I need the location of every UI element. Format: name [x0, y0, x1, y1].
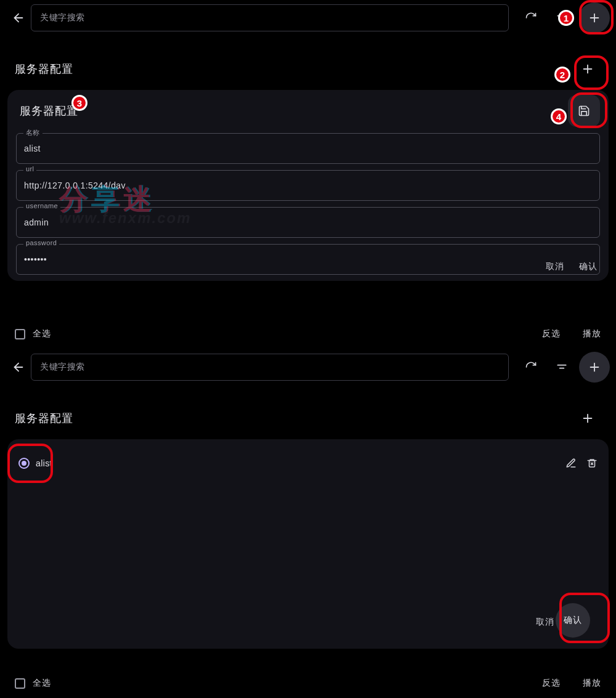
- arrow-left-icon: [12, 11, 25, 25]
- plus-icon: [581, 412, 594, 425]
- refresh-icon: [525, 361, 537, 373]
- field-label-username: username: [23, 202, 60, 209]
- refresh-button[interactable]: [517, 354, 545, 381]
- play-button[interactable]: 播放: [583, 678, 601, 689]
- cancel-button[interactable]: 取消: [536, 617, 554, 628]
- edit-icon: [565, 458, 577, 469]
- select-all-checkbox[interactable]: [15, 329, 25, 339]
- confirm-button[interactable]: 确认: [579, 261, 598, 272]
- card-title: 服务器配置: [20, 103, 78, 118]
- section-add-button[interactable]: [574, 55, 601, 83]
- select-all-checkbox[interactable]: [15, 678, 25, 689]
- url-field[interactable]: http://127.0.0.1:5244/dav: [16, 170, 600, 201]
- bottom-toolbar: 全选 反选 播放: [0, 668, 616, 698]
- save-button[interactable]: [568, 95, 600, 127]
- invert-selection[interactable]: 反选: [542, 678, 561, 689]
- bottom-toolbar: 全选 反选 播放: [0, 319, 616, 349]
- filter-icon: [556, 361, 568, 373]
- username-field[interactable]: admin: [16, 207, 600, 238]
- search-input[interactable]: 关键字搜索: [31, 354, 509, 381]
- card-actions: 取消 确认: [546, 261, 598, 272]
- server-item-name: alist: [36, 458, 52, 468]
- server-list-item[interactable]: alist: [16, 453, 600, 474]
- save-icon: [578, 105, 590, 117]
- section-header: 服务器配置: [0, 36, 616, 84]
- field-label-url: url: [23, 165, 36, 172]
- section-title: 服务器配置: [15, 62, 73, 76]
- confirm-fab[interactable]: 确认: [556, 603, 590, 638]
- field-label-password: password: [23, 239, 59, 246]
- refresh-button[interactable]: [517, 4, 545, 31]
- filter-button[interactable]: [548, 354, 575, 381]
- toolbar-actions: [517, 352, 610, 383]
- server-list-card: alist 取消 确认: [7, 439, 609, 649]
- select-all-label[interactable]: 全选: [33, 678, 51, 689]
- confirm-label: 确认: [564, 615, 582, 626]
- screenshot-top: 关键字搜索 服务器配置 服务器配置 名称 alist: [0, 0, 616, 349]
- play-button[interactable]: 播放: [583, 328, 601, 339]
- section-header: 服务器配置: [0, 385, 616, 433]
- edit-button[interactable]: [565, 458, 577, 469]
- search-input[interactable]: 关键字搜索: [31, 4, 509, 31]
- section-add-button[interactable]: [574, 405, 601, 432]
- top-toolbar: 关键字搜索: [0, 349, 616, 385]
- toolbar-actions: [517, 2, 610, 33]
- arrow-left-icon: [12, 360, 25, 374]
- screenshot-bottom: 关键字搜索 服务器配置 alist: [0, 349, 616, 698]
- delete-button[interactable]: [586, 458, 598, 469]
- trash-icon: [586, 458, 598, 469]
- back-button[interactable]: [6, 11, 31, 25]
- server-config-card: 服务器配置 名称 alist url http://127.0.0.1:5244…: [7, 90, 609, 281]
- back-button[interactable]: [6, 360, 31, 374]
- add-button[interactable]: [579, 352, 610, 383]
- add-button[interactable]: [579, 2, 610, 33]
- top-toolbar: 关键字搜索: [0, 0, 616, 36]
- password-field[interactable]: •••••••: [16, 244, 600, 275]
- plus-icon: [588, 360, 601, 374]
- refresh-icon: [525, 12, 537, 24]
- select-all-label[interactable]: 全选: [33, 328, 51, 339]
- invert-selection[interactable]: 反选: [542, 328, 561, 339]
- cancel-button[interactable]: 取消: [546, 261, 564, 272]
- filter-button[interactable]: [548, 4, 575, 31]
- field-label-name: 名称: [23, 128, 43, 137]
- filter-icon: [556, 12, 568, 24]
- plus-icon: [588, 11, 601, 25]
- name-field[interactable]: alist: [16, 133, 600, 164]
- section-title: 服务器配置: [15, 411, 73, 426]
- radio-selected[interactable]: [18, 458, 30, 469]
- plus-icon: [581, 62, 594, 76]
